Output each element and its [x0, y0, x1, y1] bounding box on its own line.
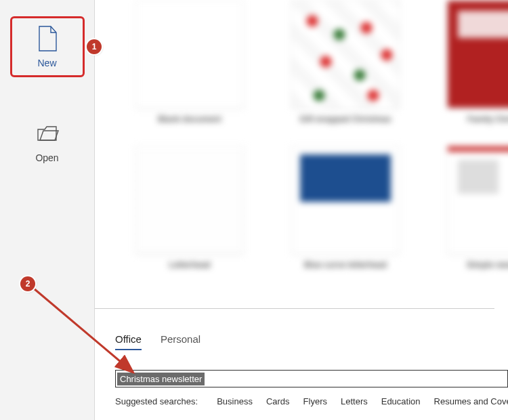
new-document-icon: [36, 25, 59, 52]
template-thumbnail[interactable]: Family Christmas: [447, 0, 508, 108]
sidebar-item-new[interactable]: New: [10, 16, 85, 77]
suggested-item[interactable]: Resumes and Cover Letters: [434, 396, 508, 406]
suggested-item[interactable]: Education: [381, 396, 421, 406]
search-input-value: Christmas newsletter: [117, 373, 205, 385]
suggested-item[interactable]: Business: [217, 396, 253, 406]
tab-personal[interactable]: Personal: [161, 333, 200, 350]
annotation-callout-1: 1: [87, 39, 102, 54]
template-thumbnail[interactable]: Gift wrapped Christmas: [291, 0, 400, 108]
suggested-item[interactable]: Cards: [266, 396, 290, 406]
sidebar-item-open[interactable]: Open: [10, 111, 85, 172]
suggested-item[interactable]: Flyers: [303, 396, 327, 406]
template-thumbnail[interactable]: Blue curve letterhead: [291, 146, 400, 254]
template-thumbnail[interactable]: Letterhead: [135, 146, 244, 254]
backstage-sidebar: New Open: [0, 0, 95, 420]
tab-office[interactable]: Office: [115, 333, 142, 350]
suggested-item[interactable]: Letters: [341, 396, 368, 406]
template-thumbnail[interactable]: Blank document: [135, 0, 244, 108]
annotation-callout-2: 2: [20, 276, 35, 291]
suggested-searches: Suggested searches: Business Cards Flyer…: [115, 396, 508, 406]
suggested-label: Suggested searches:: [115, 396, 198, 406]
folder-open-icon: [36, 120, 59, 147]
template-search-input[interactable]: Christmas newsletter: [115, 370, 508, 387]
sidebar-item-label: Open: [35, 152, 58, 163]
section-divider: [95, 308, 494, 309]
sidebar-item-label: New: [37, 58, 56, 68]
template-thumbnail[interactable]: Simple newsletter: [447, 146, 508, 254]
new-document-panel: Blank document Gift wrapped Christmas Fa…: [95, 0, 508, 420]
template-tabs: Office Personal: [115, 333, 200, 350]
template-gallery: Blank document Gift wrapped Christmas Fa…: [122, 0, 508, 298]
